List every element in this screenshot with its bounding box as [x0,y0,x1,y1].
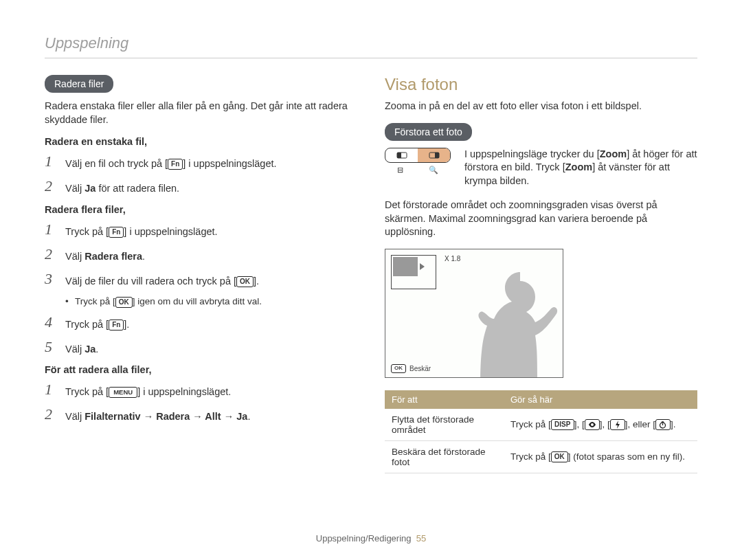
key-fn: Fn [168,159,183,170]
step-1-2: 2 Välj Ja för att radera filen. [45,179,357,197]
zoom-in-symbol: 🔍 [429,166,438,175]
child-silhouette-icon [453,271,563,378]
key-ok: OK [551,451,568,462]
actions-table: För att Gör så här Flytta det förstorade… [385,390,697,473]
crop-label: Beskär [409,365,431,372]
zoom-description: I uppspelningsläge trycker du [Zoom] åt … [464,148,697,188]
right-column: Visa foton Zooma in på en del av ett fot… [385,75,697,473]
key-flash-icon [610,419,625,430]
zoom-out-icon [385,148,418,162]
page-footer: Uppspelning/Redigering 55 [0,533,742,544]
step-2-5: 5 Välj Ja. [45,339,357,357]
step-3-1: 1 Tryck på [MENU] i uppspelningsläget. [45,382,357,400]
zoom-out-symbol: ⊟ [397,166,403,175]
footer-page-number: 55 [416,533,426,544]
cell-crop: Beskära det förstorade fotot [385,440,504,473]
th-do: Gör så här [504,390,697,409]
step-2-2: 2 Välj Radera flera. [45,247,357,265]
breadcrumb: Uppspelning [45,34,697,58]
pill-delete-files: Radera filer [45,75,113,93]
key-timer-icon [655,419,671,430]
key-fn: Fn [109,227,124,238]
key-disp: DISP [551,419,574,430]
step-2-3: 3 Välj de filer du vill radera och tryck… [45,271,357,289]
thumb-arrow-icon [420,263,425,270]
key-fn: Fn [109,320,124,331]
step-2-3-bullet: Tryck på [OK] igen om du vill avbryta di… [75,296,357,307]
zoom-control-row: ⊟ 🔍 I uppspelningsläge trycker du [Zoom]… [385,148,697,188]
footer-section: Uppspelning/Redigering [316,533,412,544]
zoom-factor-label: X 1.8 [445,255,460,262]
cell-move-area-action: Tryck på [DISP], [], [], eller []. [504,409,697,441]
table-row: Beskära det förstorade fotot Tryck på [O… [385,440,697,473]
subhead-delete-all: För att radera alla filer, [45,364,357,375]
step-2-1: 1 Tryck på [Fn] i uppspelningsläget. [45,222,357,240]
svg-rect-3 [435,153,439,158]
key-ok: OK [236,276,254,287]
view-photos-intro: Zooma in på en del av ett foto eller vis… [385,100,697,113]
zoom-para2: Det förstorade området och zoomningsgrad… [385,199,697,239]
pill-enlarge-photo: Förstora ett foto [385,123,472,141]
section-title-view-photos: Visa foton [385,75,697,94]
zoom-in-icon [418,148,450,162]
thumb-inner-icon [393,257,418,276]
zoom-control-illustration: ⊟ 🔍 [385,148,451,188]
cell-crop-action: Tryck på [OK] (fotot sparas som en ny fi… [504,440,697,473]
delete-intro: Radera enstaka filer eller alla filer på… [45,100,357,126]
step-2-4: 4 Tryck på [Fn]. [45,315,357,333]
key-ok: OK [115,297,133,308]
crop-row: OK Beskär [391,364,431,373]
step-1-1: 1 Välj en fil och tryck på [Fn] i uppspe… [45,154,357,172]
key-menu: MENU [109,387,137,398]
th-for: För att [385,390,504,409]
cell-move-area: Flytta det förstorade området [385,409,504,441]
key-macro-icon [585,419,600,430]
svg-rect-1 [397,153,401,158]
subhead-delete-multi: Radera flera filer, [45,204,357,215]
left-column: Radera filer Radera enstaka filer eller … [45,75,357,473]
key-ok-small: OK [391,364,406,373]
subhead-delete-single: Radera en enstaka fil, [45,136,357,147]
camera-display-illustration: X 1.8 OK Beskär [385,249,563,378]
table-row: Flytta det förstorade området Tryck på [… [385,409,697,441]
step-3-2: 2 Välj Filalternativ → Radera → Allt → J… [45,407,357,425]
